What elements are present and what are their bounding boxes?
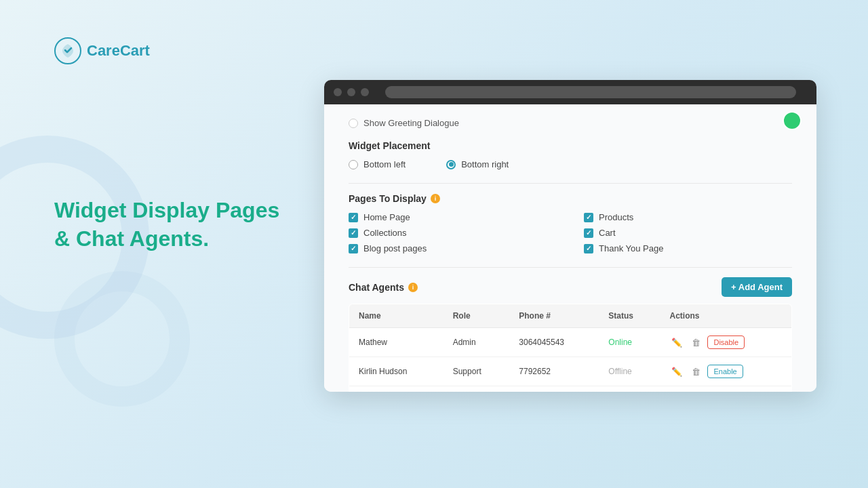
delete-icon[interactable]: 🗑: [688, 364, 703, 379]
table-row: Tony Parker Support 306404534 Offline ✏️…: [349, 386, 792, 392]
widget-placement-section: Widget Placement Bottom left Bottom righ…: [349, 140, 792, 169]
delete-icon[interactable]: 🗑: [688, 335, 703, 350]
agents-table-head: Name Role Phone # Status Actions: [349, 304, 792, 328]
agent-actions: ✏️ 🗑 Enable: [660, 357, 791, 386]
checkbox-home-icon: [349, 213, 358, 222]
agent-role: Support: [443, 386, 510, 392]
browser-dot-red: [334, 88, 342, 96]
agent-phone: 7792652: [509, 357, 599, 386]
table-row: Kirlin Hudson Support 7792652 Offline ✏️…: [349, 357, 792, 386]
page-thankyou[interactable]: Thank You Page: [584, 243, 792, 253]
carecart-logo-icon: [54, 37, 81, 64]
agent-name: Mathew: [349, 328, 443, 357]
checkbox-cart-icon: [584, 228, 593, 238]
pages-to-display-title: Pages To Display i: [349, 193, 792, 204]
col-phone: Phone #: [509, 304, 599, 328]
page-cart[interactable]: Cart: [584, 228, 792, 238]
browser-window: Show Greeting Dialogue Widget Placement …: [324, 80, 816, 392]
chat-agents-title: Chat Agents i: [349, 282, 418, 293]
sidebar-headline: Widget Display Pages & Chat Agents.: [54, 197, 298, 253]
agents-table-body: Mathew Admin 3064045543 Online ✏️ 🗑 Disa…: [349, 328, 792, 392]
checkbox-thankyou-icon: [584, 244, 593, 253]
greeting-checkbox[interactable]: [349, 119, 358, 128]
col-name: Name: [349, 304, 443, 328]
browser-addressbar: [385, 86, 796, 98]
col-role: Role: [443, 304, 510, 328]
greeting-label: Show Greeting Dialogue: [363, 118, 459, 128]
chat-agents-section: Chat Agents i + Add Agent Name Role Phon…: [349, 277, 792, 392]
logo-text: CareCart: [87, 42, 150, 60]
agents-table-header-row: Name Role Phone # Status Actions: [349, 304, 792, 328]
browser-dot-green: [361, 88, 369, 96]
agent-phone: 306404534: [509, 386, 599, 392]
bg-decoration-2: [54, 271, 190, 407]
agents-header: Chat Agents i + Add Agent: [349, 277, 792, 297]
add-agent-button[interactable]: + Add Agent: [722, 277, 792, 297]
page-products[interactable]: Products: [584, 212, 792, 222]
agent-role: Admin: [443, 328, 510, 357]
headline-text: Widget Display Pages & Chat Agents.: [54, 197, 298, 253]
page-collections[interactable]: Collections: [349, 228, 557, 238]
divider-1: [349, 183, 792, 184]
pages-grid: Home Page Products Collections Cart Blog…: [349, 212, 792, 253]
agent-status: Offline: [599, 386, 660, 392]
greeting-row: Show Greeting Dialogue: [349, 118, 792, 128]
table-row: Mathew Admin 3064045543 Online ✏️ 🗑 Disa…: [349, 328, 792, 357]
agents-table: Name Role Phone # Status Actions Mathew …: [349, 304, 792, 392]
radio-bottom-right[interactable]: Bottom right: [446, 159, 509, 169]
radio-unchecked-icon: [349, 160, 358, 169]
edit-icon[interactable]: ✏️: [669, 364, 684, 379]
checkbox-products-icon: [584, 213, 593, 222]
browser-dot-yellow: [347, 88, 355, 96]
checkbox-blog-icon: [349, 244, 358, 253]
agent-status: Offline: [599, 357, 660, 386]
agent-status: Online: [599, 328, 660, 357]
agent-role: Support: [443, 357, 510, 386]
pages-to-display-section: Pages To Display i Home Page Products Co…: [349, 193, 792, 253]
agent-actions: ✏️ 🗑 Disable: [660, 328, 791, 357]
agent-phone: 3064045543: [509, 328, 599, 357]
divider-2: [349, 267, 792, 268]
user-avatar: [783, 111, 802, 130]
agent-name: Kirlin Hudson: [349, 357, 443, 386]
agents-info-icon: i: [408, 283, 418, 292]
col-status: Status: [599, 304, 660, 328]
browser-titlebar: [324, 80, 816, 104]
checkbox-collections-icon: [349, 228, 358, 238]
radio-checked-icon: [446, 160, 456, 169]
disable-button[interactable]: Disable: [707, 336, 745, 349]
page-home[interactable]: Home Page: [349, 212, 557, 222]
enable-button[interactable]: Enable: [707, 365, 743, 378]
browser-content: Show Greeting Dialogue Widget Placement …: [324, 104, 816, 392]
edit-icon[interactable]: ✏️: [669, 335, 684, 350]
logo-area: CareCart: [54, 37, 150, 64]
agent-name: Tony Parker: [349, 386, 443, 392]
pages-info-icon: i: [431, 194, 440, 203]
col-actions: Actions: [660, 304, 791, 328]
widget-placement-title: Widget Placement: [349, 140, 792, 151]
placement-options: Bottom left Bottom right: [349, 159, 792, 169]
agent-actions: ✏️ 🗑 Enable: [660, 386, 791, 392]
radio-bottom-left[interactable]: Bottom left: [349, 159, 406, 169]
page-blog[interactable]: Blog post pages: [349, 243, 557, 253]
